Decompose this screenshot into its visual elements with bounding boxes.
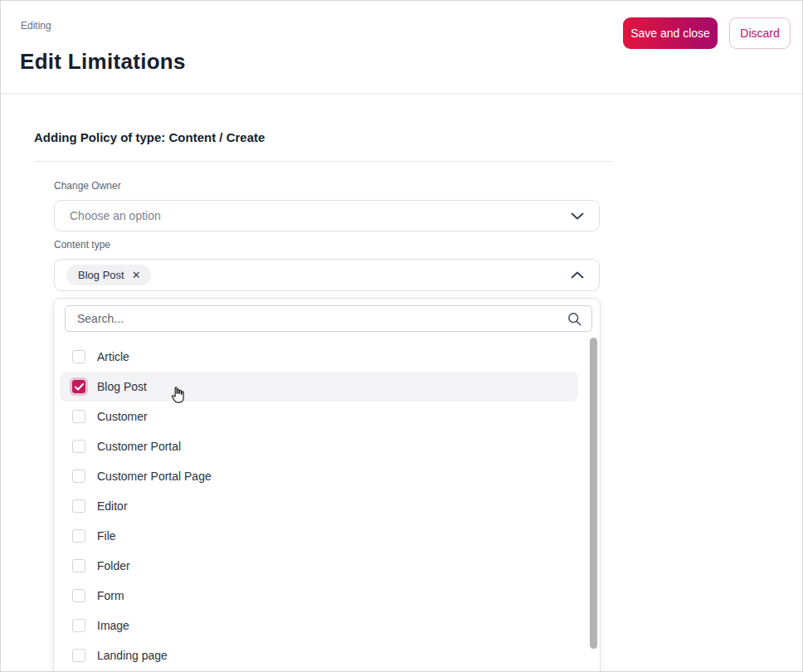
list-item-editor[interactable]: Editor: [60, 491, 578, 521]
save-and-close-button[interactable]: Save and close: [623, 17, 718, 49]
checkbox-checked[interactable]: [72, 380, 85, 393]
list-item-article[interactable]: Article: [60, 342, 578, 372]
scrollbar-thumb[interactable]: [590, 338, 597, 649]
chip-label: Blog Post: [78, 269, 124, 281]
change-owner-label: Change Owner: [54, 180, 121, 192]
checkbox-unchecked[interactable]: [72, 529, 85, 543]
checkbox-unchecked[interactable]: [72, 440, 85, 453]
list-item-image[interactable]: Image: [60, 611, 578, 640]
list-item-customer-portal[interactable]: Customer Portal: [60, 431, 578, 461]
search-icon: [567, 312, 582, 326]
content-type-select[interactable]: Blog Post ✕: [54, 259, 600, 291]
content-type-list: Article Blog Post Customer Customer Port…: [54, 342, 600, 670]
checkbox-unchecked[interactable]: [72, 410, 85, 423]
list-item-form[interactable]: Form: [60, 581, 578, 611]
list-item-landing-page[interactable]: Landing page: [60, 640, 578, 670]
search-field: [65, 305, 592, 332]
chevron-down-icon: [571, 212, 584, 220]
change-owner-select[interactable]: Choose an option: [54, 200, 600, 231]
checkbox-unchecked[interactable]: [72, 470, 85, 483]
change-owner-placeholder: Choose an option: [70, 209, 571, 222]
checkbox-unchecked[interactable]: [72, 559, 85, 572]
content-type-label: Content type: [54, 239, 110, 251]
search-input[interactable]: [75, 311, 567, 326]
checkbox-unchecked[interactable]: [72, 589, 85, 602]
selected-chip: Blog Post ✕: [66, 265, 151, 285]
chip-remove-icon[interactable]: ✕: [132, 270, 141, 280]
checkbox-unchecked[interactable]: [72, 619, 85, 632]
checkbox-unchecked[interactable]: [72, 350, 85, 363]
chevron-up-icon: [571, 271, 584, 279]
checkbox-unchecked[interactable]: [72, 499, 85, 513]
list-item-customer-portal-page[interactable]: Customer Portal Page: [60, 461, 578, 491]
header: Editing Edit Limitations Save and close …: [1, 1, 802, 95]
list-item-file[interactable]: File: [60, 521, 578, 551]
page-title: Edit Limitations: [20, 49, 186, 75]
section-divider: [34, 161, 613, 162]
checkbox-unchecked[interactable]: [72, 649, 85, 662]
list-item-blog-post[interactable]: Blog Post: [60, 372, 578, 402]
breadcrumb: Editing: [21, 20, 51, 32]
list-item-folder[interactable]: Folder: [60, 551, 578, 581]
section-title: Adding Policy of type: Content / Create: [34, 130, 265, 144]
content-type-dropdown-panel: Article Blog Post Customer Customer Port…: [53, 298, 601, 672]
edit-limitations-dialog: Editing Edit Limitations Save and close …: [0, 0, 803, 672]
discard-button[interactable]: Discard: [729, 17, 791, 49]
list-item-customer[interactable]: Customer: [60, 402, 578, 431]
